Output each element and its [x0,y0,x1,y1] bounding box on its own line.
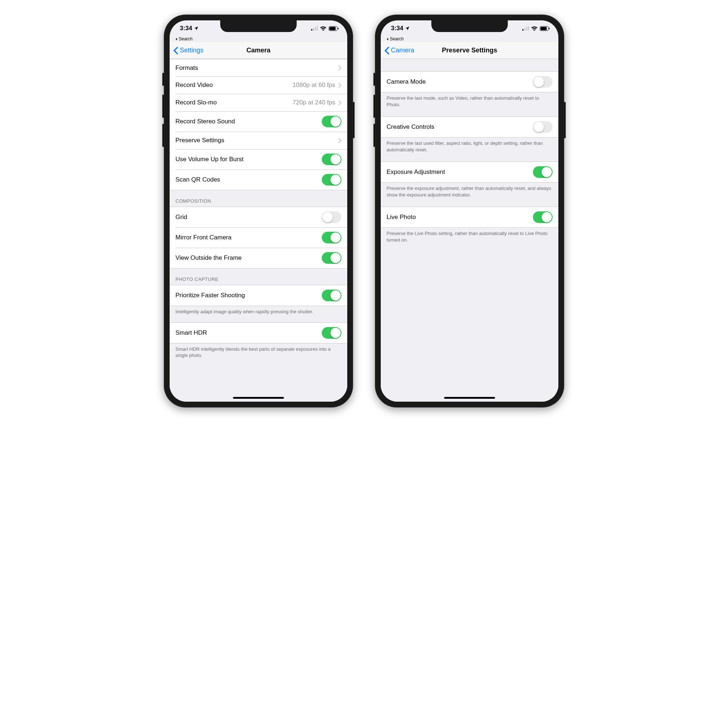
svg-rect-0 [311,29,312,30]
nav-bar: Settings Camera [170,42,347,59]
switch-smart-hdr[interactable] [322,327,341,339]
row-label: Grid [176,213,322,221]
switch-volume-burst[interactable] [322,154,341,165]
section-header-photo-capture: PHOTO CAPTURE [170,268,347,285]
row-exposure-adjustment: Exposure Adjustment [381,161,558,183]
cellular-icon [311,26,318,30]
footer-creative-controls: Preserve the last used filter, aspect ra… [381,138,558,157]
row-label: View Outside the Frame [176,254,322,261]
switch-view-outside[interactable] [322,252,341,264]
chevron-right-icon [338,83,341,88]
switch-mirror-front[interactable] [322,232,341,244]
row-formats[interactable]: Formats [170,59,347,76]
svg-rect-12 [541,27,547,30]
svg-rect-8 [524,28,525,30]
phone-frame-left: 3:34 Search [164,15,353,408]
row-live-photo: Live Photo [381,207,558,228]
row-camera-mode: Camera Mode [381,71,558,93]
row-label: Creative Controls [387,123,533,131]
svg-rect-5 [330,27,336,30]
phone-frame-right: 3:34 Search [375,15,564,408]
svg-rect-3 [317,26,318,30]
row-detail: 720p at 240 fps [293,99,335,106]
row-label: Mirror Front Camera [176,234,322,241]
back-to-app[interactable]: Search [170,36,347,42]
back-button-label: Camera [391,46,414,54]
row-stereo-sound: Record Stereo Sound [170,111,347,132]
row-mirror-front: Mirror Front Camera [170,228,347,248]
svg-rect-9 [526,27,527,30]
row-creative-controls: Creative Controls [381,116,558,138]
home-indicator[interactable] [444,397,495,399]
switch-exposure-adjustment[interactable] [533,166,552,178]
notch [432,20,508,32]
switch-camera-mode[interactable] [533,76,552,88]
battery-icon [540,26,550,31]
row-label: Record Video [176,81,293,89]
row-record-video[interactable]: Record Video 1080p at 60 fps [170,76,347,94]
row-label: Smart HDR [176,329,322,337]
back-to-app-label: Search [179,36,193,42]
switch-stereo-sound[interactable] [322,116,341,127]
row-label: Camera Mode [387,78,533,86]
nav-bar: Camera Preserve Settings [381,42,558,59]
row-label: Live Photo [387,213,533,221]
row-label: Record Stereo Sound [176,118,322,125]
row-record-slomo[interactable]: Record Slo-mo 720p at 240 fps [170,94,347,111]
switch-live-photo[interactable] [533,211,552,223]
switch-prioritize-faster[interactable] [322,290,341,301]
chevron-right-icon [338,138,341,143]
row-smart-hdr: Smart HDR [170,322,347,344]
status-time: 3:34 [180,25,192,32]
footer-camera-mode: Preserve the last mode, such as Video, r… [381,93,558,111]
svg-rect-6 [338,28,339,29]
row-label: Formats [176,64,338,72]
chevron-right-icon [338,65,341,71]
row-prioritize-faster: Prioritize Faster Shooting [170,285,347,306]
row-label: Exposure Adjustment [387,168,533,176]
wifi-icon [320,26,327,31]
back-to-app-label: Search [390,36,404,42]
row-label: Preserve Settings [176,137,338,144]
row-scan-qr: Scan QR Codes [170,170,347,190]
home-indicator[interactable] [233,397,284,399]
row-label: Record Slo-mo [176,99,293,106]
svg-rect-1 [313,28,314,30]
svg-rect-13 [549,28,550,29]
back-to-app[interactable]: Search [381,36,558,42]
location-icon [405,26,410,31]
row-label: Prioritize Faster Shooting [176,292,322,299]
back-button-label: Settings [180,46,203,54]
switch-scan-qr[interactable] [322,174,341,186]
battery-icon [329,26,339,31]
wifi-icon [531,26,538,31]
row-label: Use Volume Up for Burst [176,156,322,163]
footer-smart-hdr: Smart HDR intelligently blends the best … [170,344,347,363]
row-grid: Grid [170,207,347,228]
section-header-composition: COMPOSITION [170,190,347,207]
row-detail: 1080p at 60 fps [293,81,335,89]
svg-rect-10 [528,26,529,30]
section-spacer [381,59,558,71]
location-icon [194,26,199,31]
row-label: Scan QR Codes [176,176,322,183]
back-button[interactable]: Camera [384,46,414,55]
footer-prioritize: Intelligently adapt image quality when r… [170,306,347,319]
row-view-outside: View Outside the Frame [170,248,347,268]
cellular-icon [522,26,529,30]
status-time: 3:34 [391,25,403,32]
svg-rect-7 [522,29,523,30]
row-volume-burst: Use Volume Up for Burst [170,149,347,170]
footer-exposure-adjustment: Preserve the exposure adjustment, rather… [381,183,558,202]
notch [220,20,296,32]
chevron-right-icon [338,100,341,106]
footer-live-photo: Preserve the Live Photo setting, rather … [381,228,558,247]
row-preserve-settings[interactable]: Preserve Settings [170,132,347,149]
switch-creative-controls[interactable] [533,121,552,133]
back-button[interactable]: Settings [173,46,203,55]
svg-rect-2 [315,27,316,30]
switch-grid[interactable] [322,211,341,223]
